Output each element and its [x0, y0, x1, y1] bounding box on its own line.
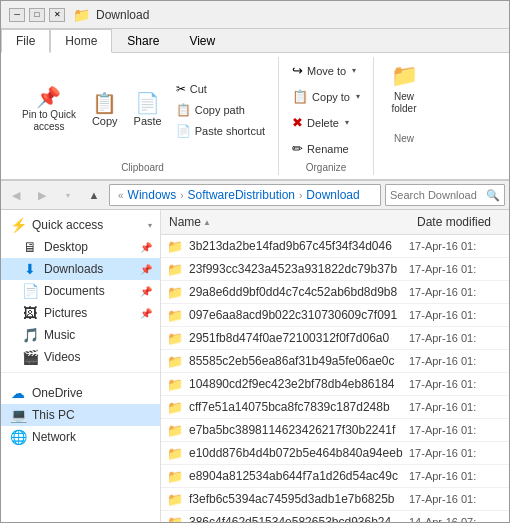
pictures-icon: 🖼	[21, 305, 39, 321]
music-icon: 🎵	[21, 327, 39, 343]
table-row[interactable]: 📁 23f993cc3423a4523a931822dc79b37b 17-Ap…	[161, 258, 509, 281]
cut-button[interactable]: ✂ Cut	[171, 79, 270, 99]
pin-badge2: 📌	[140, 264, 152, 275]
file-list-header: Name ▲ Date modified	[161, 210, 509, 235]
main-content: ⚡ Quick access ▾ 🖥 Desktop 📌 ⬇ Downloads…	[1, 210, 509, 523]
table-row[interactable]: 📁 f3efb6c5394ac74595d3adb1e7b6825b 17-Ap…	[161, 488, 509, 511]
copy-label: Copy	[92, 115, 118, 127]
up-button[interactable]: ▲	[83, 185, 105, 205]
nav-documents[interactable]: 📄 Documents 📌	[1, 280, 160, 302]
move-to-arrow: ▾	[352, 66, 356, 75]
copy-icon: 📋	[92, 93, 117, 113]
file-date: 17-Apr-16 01:	[409, 240, 509, 252]
table-row[interactable]: 📁 85585c2eb56ea86af31b49a5fe06ae0c 17-Ap…	[161, 350, 509, 373]
col-date-header[interactable]: Date modified	[409, 213, 509, 231]
paste-shortcut-button[interactable]: 📄 Paste shortcut	[171, 121, 270, 141]
quick-access-label: Quick access	[32, 218, 103, 232]
file-name: e8904a812534ab644f7a1d26d54ac49c	[189, 469, 409, 483]
file-pane: Name ▲ Date modified 📁 3b213da2be14fad9b…	[161, 210, 509, 523]
table-row[interactable]: 📁 e7ba5bc3898114623426217f30b2241f 17-Ap…	[161, 419, 509, 442]
paste-icon: 📄	[135, 93, 160, 113]
minimize-button[interactable]: ─	[9, 8, 25, 22]
copy-path-button[interactable]: 📋 Copy path	[171, 100, 270, 120]
videos-label: Videos	[44, 350, 80, 364]
copy-button[interactable]: 📋 Copy	[85, 89, 125, 131]
table-row[interactable]: 📁 e8904a812534ab644f7a1d26d54ac49c 17-Ap…	[161, 465, 509, 488]
cut-icon: ✂	[176, 82, 186, 96]
recent-button[interactable]: ▾	[57, 185, 79, 205]
move-to-button[interactable]: ↪ Move to ▾	[287, 59, 365, 82]
table-row[interactable]: 📁 3b213da2be14fad9b67c45f34f34d046 17-Ap…	[161, 235, 509, 258]
file-name: 3b213da2be14fad9b67c45f34f34d046	[189, 239, 409, 253]
nav-onedrive[interactable]: ☁ OneDrive	[1, 382, 160, 404]
pin-badge: 📌	[140, 242, 152, 253]
nav-videos[interactable]: 🎬 Videos	[1, 346, 160, 368]
copy-to-button[interactable]: 📋 Copy to ▾	[287, 85, 365, 108]
cut-label: Cut	[190, 83, 207, 95]
table-row[interactable]: 📁 29a8e6dd9bf0dd4c7c4c52ab6bd8d9b8 17-Ap…	[161, 281, 509, 304]
onedrive-icon: ☁	[9, 385, 27, 401]
nav-network[interactable]: 🌐 Network	[1, 426, 160, 448]
paste-shortcut-icon: 📄	[176, 124, 191, 138]
rename-button[interactable]: ✏ Rename	[287, 137, 365, 160]
tab-file[interactable]: File	[1, 29, 50, 53]
documents-icon: 📄	[21, 283, 39, 299]
path-windows[interactable]: Windows	[128, 188, 177, 202]
music-label: Music	[44, 328, 75, 342]
this-pc-icon: 💻	[9, 407, 27, 423]
file-icon: 📁	[165, 421, 185, 439]
paste-shortcut-label: Paste shortcut	[195, 125, 265, 137]
title-bar: ─ □ ✕ 📁 Download	[1, 1, 509, 29]
file-name: e7ba5bc3898114623426217f30b2241f	[189, 423, 409, 437]
nav-this-pc[interactable]: 💻 This PC	[1, 404, 160, 426]
path-softwaredist[interactable]: SoftwareDistribution	[188, 188, 295, 202]
delete-label: Delete	[307, 117, 339, 129]
nav-downloads[interactable]: ⬇ Downloads 📌	[1, 258, 160, 280]
window-controls[interactable]: ─ □ ✕	[9, 8, 65, 22]
path-segments: « Windows › SoftwareDistribution › Downl…	[116, 188, 360, 202]
rename-label: Rename	[307, 143, 349, 155]
path-download[interactable]: Download	[306, 188, 359, 202]
desktop-icon: 🖥	[21, 239, 39, 255]
paste-button[interactable]: 📄 Paste	[127, 89, 169, 131]
new-folder-icon: 📁	[391, 63, 418, 89]
file-date: 17-Apr-16 01:	[409, 263, 509, 275]
window-title: Download	[96, 8, 149, 22]
col-name-header[interactable]: Name ▲	[161, 213, 409, 231]
downloads-label: Downloads	[44, 262, 103, 276]
tab-view[interactable]: View	[174, 29, 230, 53]
nav-pictures[interactable]: 🖼 Pictures 📌	[1, 302, 160, 324]
tab-share[interactable]: Share	[112, 29, 174, 53]
search-box[interactable]: 🔍	[385, 184, 505, 206]
nav-desktop[interactable]: 🖥 Desktop 📌	[1, 236, 160, 258]
table-row[interactable]: 📁 cff7e51a14075bca8fc7839c187d248b 17-Ap…	[161, 396, 509, 419]
new-folder-button[interactable]: 📁 Newfolder	[382, 59, 426, 119]
pin-label: Pin to Quickaccess	[22, 109, 76, 133]
file-date: 17-Apr-16 01:	[409, 309, 509, 321]
delete-button[interactable]: ✖ Delete ▾	[287, 111, 365, 134]
organize-small-group: ↪ Move to ▾ 📋 Copy to ▾ ✖ Delete ▾ ✏ Ren…	[287, 59, 365, 160]
file-date: 17-Apr-16 01:	[409, 424, 509, 436]
forward-button[interactable]: ▶	[31, 185, 53, 205]
table-row[interactable]: 📁 386c4f462d51534e582653bcd936b24b043...…	[161, 511, 509, 523]
pin-button[interactable]: 📌 Pin to Quickaccess	[15, 83, 83, 137]
nav-music[interactable]: 🎵 Music	[1, 324, 160, 346]
table-row[interactable]: 📁 097e6aa8acd9b022c310730609c7f091 17-Ap…	[161, 304, 509, 327]
move-to-label: Move to	[307, 65, 346, 77]
col-name-label: Name	[169, 215, 201, 229]
file-icon: 📁	[165, 513, 185, 523]
table-row[interactable]: 📁 104890cd2f9ec423e2bf78db4eb86184 17-Ap…	[161, 373, 509, 396]
close-button[interactable]: ✕	[49, 8, 65, 22]
table-row[interactable]: 📁 2951fb8d474f0ae72100312f0f7d06a0 17-Ap…	[161, 327, 509, 350]
table-row[interactable]: 📁 e10dd876b4d4b072b5e464b840a94eeb 17-Ap…	[161, 442, 509, 465]
back-button[interactable]: ◀	[5, 185, 27, 205]
address-path[interactable]: « Windows › SoftwareDistribution › Downl…	[109, 184, 381, 206]
maximize-button[interactable]: □	[29, 8, 45, 22]
network-icon: 🌐	[9, 429, 27, 445]
col-date-label: Date modified	[417, 215, 491, 229]
copy-to-label: Copy to	[312, 91, 350, 103]
documents-label: Documents	[44, 284, 105, 298]
tab-home[interactable]: Home	[50, 29, 112, 53]
nav-quick-access[interactable]: ⚡ Quick access ▾	[1, 214, 160, 236]
search-input[interactable]	[390, 189, 482, 201]
